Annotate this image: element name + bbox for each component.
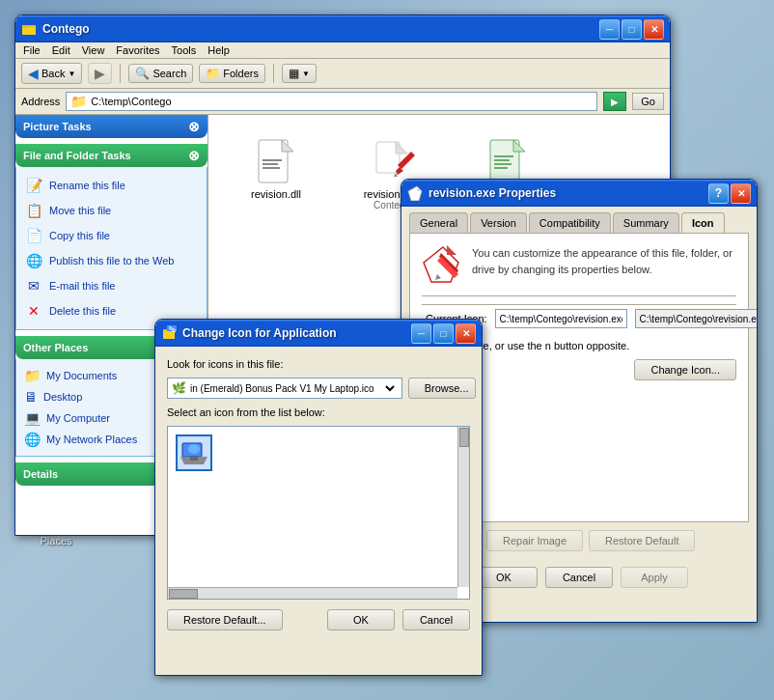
properties-cancel-button[interactable]: Cancel bbox=[545, 567, 613, 588]
svg-point-25 bbox=[188, 444, 200, 454]
svg-rect-20 bbox=[494, 167, 508, 169]
task-publish[interactable]: 🌐 Publish this file to the Web bbox=[24, 248, 199, 273]
go-button[interactable]: Go bbox=[632, 93, 664, 110]
repair-image-button[interactable]: Repair Image bbox=[486, 530, 583, 551]
selected-icon-item[interactable] bbox=[176, 434, 212, 471]
properties-title-text: revision.exe Properties bbox=[428, 186, 708, 200]
back-button[interactable]: ◀ Back ▼ bbox=[21, 63, 82, 84]
address-path: C:\temp\Contego bbox=[91, 96, 171, 107]
menu-view[interactable]: View bbox=[82, 44, 105, 56]
menu-edit[interactable]: Edit bbox=[52, 44, 70, 56]
properties-close-button[interactable]: ✕ bbox=[731, 183, 751, 204]
icons-grid[interactable] bbox=[167, 426, 470, 600]
change-icon-minimize[interactable]: ─ bbox=[411, 323, 431, 344]
horizontal-scrollbar[interactable] bbox=[168, 587, 457, 599]
vertical-scrollbar[interactable] bbox=[457, 427, 469, 587]
icon-section: You can customize the appearance of this… bbox=[422, 245, 736, 284]
task-email[interactable]: ✉ E-mail this file bbox=[24, 273, 199, 298]
picture-tasks-header[interactable]: Picture Tasks ⊗ bbox=[15, 115, 207, 138]
menu-favorites[interactable]: Favorites bbox=[116, 44, 159, 56]
change-icon-button[interactable]: Change Icon... bbox=[634, 359, 736, 380]
explorer-close-button[interactable]: ✕ bbox=[644, 19, 664, 40]
file-selector-value: in (Emerald) Bonus Pack V1 My Laptop.ico bbox=[190, 383, 374, 394]
menu-file[interactable]: File bbox=[23, 44, 41, 56]
file-selector-dropdown[interactable] bbox=[378, 382, 398, 395]
scrollbar-thumb[interactable] bbox=[169, 589, 198, 599]
look-for-label: Look for icons in this file: bbox=[167, 358, 470, 370]
tab-compatibility[interactable]: Compatibility bbox=[529, 212, 611, 233]
menu-tools[interactable]: Tools bbox=[172, 44, 197, 56]
svg-rect-24 bbox=[190, 457, 198, 461]
svg-rect-18 bbox=[494, 159, 510, 161]
change-icon-maximize[interactable]: □ bbox=[433, 323, 454, 344]
picture-tasks-collapse[interactable]: ⊗ bbox=[188, 119, 200, 134]
address-input[interactable]: 📁 C:\temp\Contego bbox=[66, 92, 597, 111]
file-selector-row: 🌿 in (Emerald) Bonus Pack V1 My Laptop.i… bbox=[167, 378, 470, 399]
explorer-window-controls: ─ □ ✕ bbox=[599, 19, 664, 40]
properties-separator1 bbox=[422, 295, 736, 296]
icon-path-dropdown[interactable]: C:\temp\Contego\revision.exe,0 bbox=[635, 309, 758, 328]
svg-rect-17 bbox=[494, 155, 513, 157]
dialog-file-icon bbox=[422, 245, 460, 284]
task-move[interactable]: 📋 Move this file bbox=[24, 198, 199, 223]
change-icon-title-text: Change Icon for Application bbox=[182, 326, 411, 340]
svg-rect-13 bbox=[263, 163, 278, 165]
menu-help[interactable]: Help bbox=[207, 44, 230, 56]
exe-file-icon bbox=[369, 138, 415, 184]
tab-general[interactable]: General bbox=[409, 212, 468, 233]
properties-tabs: General Version Compatibility Summary Ic… bbox=[401, 207, 757, 233]
browse-button[interactable]: Browse... bbox=[408, 378, 476, 399]
select-label: Select an icon from the list below: bbox=[167, 406, 470, 418]
address-bar: Address 📁 C:\temp\Contego ▶ Go bbox=[15, 89, 670, 115]
forward-button[interactable]: ▶ bbox=[88, 63, 112, 84]
explorer-menubar: File Edit View Favorites Tools Help bbox=[15, 42, 670, 59]
restore-default-button[interactable]: Restore Default bbox=[589, 530, 695, 551]
dll-file-icon bbox=[253, 138, 299, 184]
task-rename[interactable]: 📝 Rename this file bbox=[24, 173, 199, 198]
icons-grid-content bbox=[168, 427, 469, 479]
change-icon-ok-button[interactable]: OK bbox=[327, 609, 395, 630]
task-copy[interactable]: 📄 Copy this file bbox=[24, 223, 199, 248]
address-label: Address bbox=[21, 96, 60, 107]
change-icon-dialog: Change Icon for Application ─ □ ✕ Look f… bbox=[154, 319, 483, 676]
properties-help-button[interactable]: ? bbox=[708, 183, 729, 204]
file-tasks-content: 📝 Rename this file 📋 Move this file 📄 Co… bbox=[15, 167, 207, 330]
other-places-label: Other Places bbox=[23, 342, 88, 353]
file-tasks-label: File and Folder Tasks bbox=[23, 150, 131, 161]
properties-titlebar: revision.exe Properties ? ✕ bbox=[401, 180, 757, 207]
properties-window-controls: ? ✕ bbox=[708, 183, 751, 204]
tab-version[interactable]: Version bbox=[470, 212, 527, 233]
explorer-minimize-button[interactable]: ─ bbox=[599, 19, 620, 40]
change-icon-titlebar: Change Icon for Application ─ □ ✕ bbox=[155, 320, 482, 347]
address-folder-icon: 📁 bbox=[70, 94, 87, 109]
search-button[interactable]: 🔍 Search bbox=[128, 64, 193, 83]
address-go-arrow[interactable]: ▶ bbox=[603, 92, 626, 111]
tab-summary[interactable]: Summary bbox=[613, 212, 679, 233]
restore-default-change-btn[interactable]: Restore Default... bbox=[167, 609, 283, 630]
rename-icon: 📝 bbox=[24, 176, 43, 195]
file-tasks-header[interactable]: File and Folder Tasks ⊗ bbox=[15, 144, 207, 167]
folders-button[interactable]: 📁 Folders bbox=[199, 64, 265, 83]
vscrollbar-thumb[interactable] bbox=[459, 428, 469, 447]
picture-tasks-label: Picture Tasks bbox=[23, 121, 92, 132]
move-icon: 📋 bbox=[24, 201, 43, 220]
properties-apply-button[interactable]: Apply bbox=[621, 567, 688, 588]
change-icon-close[interactable]: ✕ bbox=[456, 323, 476, 344]
toolbar-divider bbox=[120, 64, 121, 83]
change-icon-cancel-button[interactable]: Cancel bbox=[402, 609, 470, 630]
properties-body-text: You can customize the appearance of this… bbox=[472, 245, 736, 277]
dll-file-name: revision.dll bbox=[251, 188, 301, 200]
file-selector-icon: 🌿 bbox=[172, 381, 186, 395]
file-revision-dll[interactable]: revision.dll bbox=[228, 134, 324, 225]
icon-path-input[interactable] bbox=[495, 309, 627, 328]
svg-rect-19 bbox=[494, 163, 511, 165]
email-icon: ✉ bbox=[24, 276, 43, 295]
manifest-file-icon bbox=[484, 138, 531, 184]
tab-icon[interactable]: Icon bbox=[681, 212, 725, 233]
change-icon-title-icon bbox=[161, 325, 177, 341]
properties-title-icon bbox=[407, 185, 423, 201]
explorer-titlebar: Contego ─ □ ✕ bbox=[15, 15, 670, 42]
explorer-maximize-button[interactable]: □ bbox=[622, 19, 642, 40]
view-button[interactable]: ▦ ▼ bbox=[282, 64, 317, 83]
file-tasks-collapse[interactable]: ⊗ bbox=[188, 148, 200, 163]
